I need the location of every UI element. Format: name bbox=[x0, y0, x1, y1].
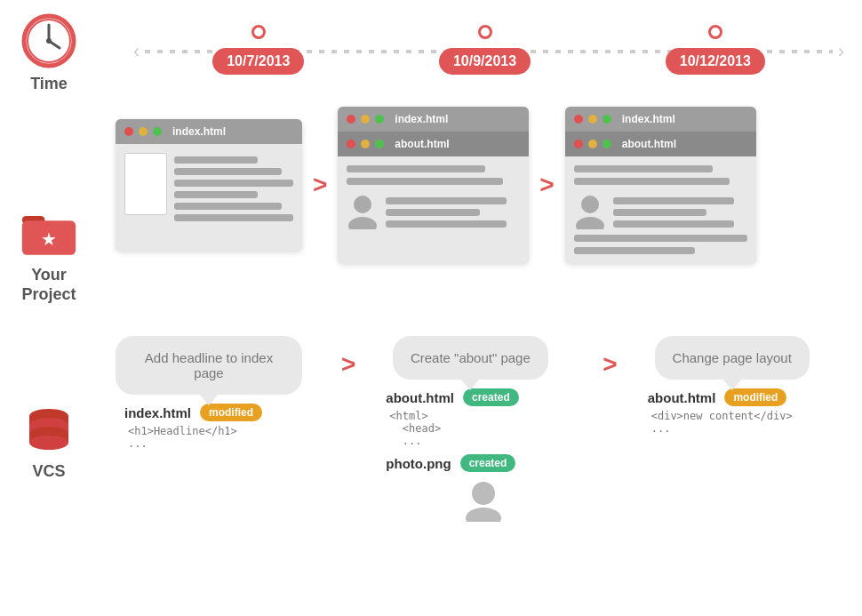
content-line bbox=[574, 247, 696, 254]
bubble-tail-3 bbox=[722, 378, 743, 390]
content-line bbox=[386, 209, 480, 216]
browser-titlebar-3b: about.html bbox=[565, 132, 756, 156]
content-line bbox=[613, 197, 734, 204]
commit-file-row-2b: photo.png created bbox=[386, 454, 581, 472]
browser-window-1: index.html bbox=[116, 119, 302, 251]
timeline-nodes: 10/7/2013 10/9/2013 10/12/2013 bbox=[145, 25, 832, 75]
dot-red-1 bbox=[124, 127, 133, 136]
content-line bbox=[574, 178, 730, 185]
vcs-section: VCS bbox=[22, 402, 76, 481]
browser-body-2 bbox=[338, 156, 529, 263]
commits-row: Add headline to index page index.html mo… bbox=[98, 336, 844, 522]
left-column: Time ★ YourProject VCS bbox=[0, 0, 98, 616]
clock-icon bbox=[20, 12, 77, 69]
time-label: Time bbox=[30, 75, 68, 93]
browser-titlebar-2b: about.html bbox=[338, 132, 529, 156]
dot-yellow-3b bbox=[588, 140, 597, 148]
timeline-node-3[interactable]: 10/12/2013 bbox=[666, 25, 765, 75]
svg-point-20 bbox=[472, 482, 495, 505]
commit-filename-2a: about.html bbox=[386, 390, 454, 405]
browser-window-3: index.html about.html bbox=[565, 107, 756, 263]
commit-3: Change page layout about.html modified <… bbox=[639, 336, 843, 442]
person-icon-2 bbox=[347, 194, 379, 229]
content-line bbox=[574, 235, 747, 242]
dot-yellow-1 bbox=[139, 127, 148, 136]
timeline-line: 10/7/2013 10/9/2013 10/12/2013 bbox=[145, 50, 832, 53]
vcs-label: VCS bbox=[32, 462, 65, 481]
content-line bbox=[174, 203, 282, 210]
content-line bbox=[386, 197, 507, 204]
browsers-row: index.html > bbox=[98, 107, 844, 263]
commit-arrow-2: > bbox=[592, 336, 627, 379]
content-line bbox=[174, 191, 258, 198]
svg-text:★: ★ bbox=[41, 229, 57, 249]
arrow-commit-2-3: > bbox=[603, 350, 617, 379]
commit-filename-3: about.html bbox=[648, 390, 716, 405]
commit-file-row-1: index.html modified bbox=[124, 404, 320, 421]
arrow-1-2: > bbox=[313, 171, 327, 199]
timeline-prev-button[interactable]: ‹ bbox=[133, 40, 140, 63]
dot-red-3 bbox=[574, 115, 583, 124]
person-icon-3 bbox=[574, 194, 606, 229]
svg-point-18 bbox=[581, 196, 599, 213]
browser-content-1 bbox=[174, 153, 293, 242]
commit-badge-2b: created bbox=[460, 454, 516, 472]
dot-green-3 bbox=[603, 115, 611, 124]
commit-badge-2a: created bbox=[463, 388, 519, 406]
browser-title-3b: about.html bbox=[622, 138, 676, 150]
browser-title-2a: index.html bbox=[395, 113, 448, 125]
browser-title-2b: about.html bbox=[395, 138, 449, 150]
commit-file-row-3: about.html modified bbox=[648, 388, 843, 406]
browser-titlebar-3a: index.html bbox=[565, 107, 756, 132]
bubble-tail-2 bbox=[459, 378, 481, 390]
commit-filename-2b: photo.png bbox=[386, 456, 451, 471]
bubble-tail-1 bbox=[198, 393, 219, 405]
browser-titlebar-1: index.html bbox=[116, 119, 302, 144]
dot-green-2b bbox=[375, 140, 384, 148]
content-line bbox=[174, 168, 282, 175]
content-line bbox=[574, 165, 713, 172]
database-icon bbox=[22, 402, 76, 455]
dot-yellow-2 bbox=[361, 115, 370, 124]
browser-window-2: index.html about.html bbox=[338, 107, 529, 263]
timeline-row: ‹ 10/7/2013 10/9/2013 10/12/2013 › bbox=[133, 16, 844, 87]
commit-files-3: about.html modified <div>new content</di… bbox=[639, 388, 843, 435]
timeline-next-button[interactable]: › bbox=[838, 40, 844, 63]
commit-badge-1: modified bbox=[200, 404, 262, 421]
commit-bubble-wrap-2: Create "about" page bbox=[377, 336, 563, 380]
commit-badge-3: modified bbox=[724, 388, 786, 406]
svg-point-19 bbox=[576, 217, 604, 229]
node-date-2[interactable]: 10/9/2013 bbox=[439, 48, 531, 75]
dot-red-2b bbox=[347, 140, 355, 148]
commit-arrow-1: > bbox=[331, 336, 366, 379]
browser-body-3 bbox=[565, 156, 756, 263]
content-line bbox=[613, 220, 734, 228]
content-line bbox=[174, 180, 293, 187]
commit-message-3: Change page layout bbox=[655, 336, 810, 380]
browser-title-1: index.html bbox=[172, 125, 226, 138]
about-person-row-3 bbox=[574, 194, 747, 229]
node-circle-2 bbox=[478, 25, 492, 39]
dot-yellow-2b bbox=[361, 140, 370, 148]
content-line bbox=[174, 156, 258, 164]
commit-diff-3: <div>new content</div>... bbox=[648, 410, 843, 435]
node-date-3[interactable]: 10/12/2013 bbox=[666, 48, 765, 75]
node-circle-1 bbox=[251, 25, 266, 39]
commit-files-2: about.html created <html> <head> ... pho… bbox=[377, 388, 581, 522]
folder-icon: ★ bbox=[20, 209, 77, 259]
commit-file-row-2a: about.html created bbox=[386, 388, 581, 406]
content-line bbox=[347, 165, 485, 172]
dot-green-1 bbox=[153, 127, 162, 136]
content-line bbox=[386, 220, 507, 228]
timeline-node-1[interactable]: 10/7/2013 bbox=[212, 25, 304, 75]
arrow-commit-1-2: > bbox=[341, 350, 355, 379]
browser-sidebar-image-1 bbox=[124, 153, 167, 215]
timeline-node-2[interactable]: 10/9/2013 bbox=[439, 25, 531, 75]
content-line bbox=[613, 209, 707, 216]
commit-filename-1: index.html bbox=[124, 405, 191, 420]
commit-bubble-wrap-3: Change page layout bbox=[639, 336, 826, 380]
dot-red-3b bbox=[574, 140, 583, 148]
node-date-1[interactable]: 10/7/2013 bbox=[212, 48, 304, 75]
time-section: Time bbox=[20, 12, 77, 93]
content-line bbox=[347, 178, 503, 185]
